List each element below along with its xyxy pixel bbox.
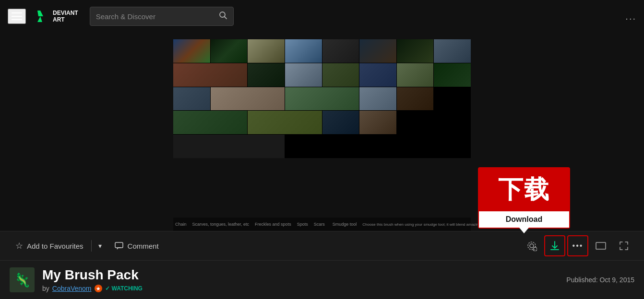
download-tooltip: 下载 Download bbox=[478, 167, 570, 229]
grid-cell bbox=[434, 63, 471, 87]
download-arrow bbox=[519, 228, 529, 233]
search-icon bbox=[219, 11, 227, 20]
deviantart-logo-icon bbox=[34, 9, 49, 24]
comment-label: Comment bbox=[128, 242, 159, 250]
more-options-icon: ••• bbox=[572, 242, 584, 250]
published-date: Published: Oct 9, 2015 bbox=[566, 276, 634, 284]
add-to-favourites-button[interactable]: ☆ Add to Favourites bbox=[10, 237, 89, 255]
main-content: Chain Scarves, tongues, leather, etc Fre… bbox=[0, 33, 644, 299]
grid-cell bbox=[173, 63, 247, 87]
checkmark-icon: ✓ bbox=[105, 285, 110, 292]
grid-cell bbox=[397, 63, 434, 87]
download-label: Download bbox=[479, 211, 569, 228]
search-input[interactable] bbox=[96, 12, 219, 21]
grid-cell bbox=[248, 111, 322, 134]
svg-rect-9 bbox=[596, 242, 606, 249]
fullscreen-button[interactable] bbox=[613, 235, 634, 256]
more-options-button[interactable]: ••• bbox=[567, 235, 588, 256]
strip-label: Scarves, tongues, leather, etc bbox=[192, 222, 250, 227]
action-bar: ☆ Add to Favourites ▾ Comment bbox=[0, 231, 644, 261]
search-icon-button[interactable] bbox=[219, 11, 227, 22]
header: DEVIANT ART ... bbox=[0, 0, 644, 33]
watching-label: WATCHING bbox=[112, 285, 143, 292]
favourites-dropdown-button[interactable]: ▾ bbox=[94, 238, 107, 253]
grid-cell bbox=[173, 111, 247, 134]
grid-cell bbox=[397, 87, 434, 111]
grid-cell bbox=[322, 39, 359, 63]
download-chinese-text: 下载 bbox=[479, 168, 569, 211]
search-bar[interactable] bbox=[90, 7, 234, 26]
download-tooltip-container: 下载 Download bbox=[544, 235, 565, 256]
grid-cell bbox=[397, 39, 434, 63]
logo-text: DEVIANT ART bbox=[53, 10, 78, 23]
grid-cell bbox=[173, 135, 285, 158]
strip-label: Scars bbox=[314, 222, 325, 227]
grid-cell bbox=[322, 111, 359, 134]
grid-cell bbox=[173, 87, 210, 111]
action-left: ☆ Add to Favourites ▾ Comment bbox=[10, 237, 167, 255]
svg-rect-4 bbox=[115, 242, 123, 248]
watch-button[interactable]: + bbox=[521, 235, 542, 256]
add-to-favourites-label: Add to Favourites bbox=[27, 242, 83, 250]
download-button[interactable] bbox=[544, 235, 565, 256]
grid-cell bbox=[359, 111, 396, 134]
artwork-author: by CobraVenom ★ ✓ WATCHING bbox=[42, 285, 143, 292]
strip-label: Freckles and spots bbox=[255, 222, 291, 227]
by-label: by bbox=[42, 285, 49, 292]
artwork-info: 🦎 My Brush Pack by CobraVenom ★ ✓ WATCHI… bbox=[0, 261, 644, 299]
divider bbox=[91, 240, 92, 252]
author-link[interactable]: CobraVenom bbox=[52, 285, 92, 292]
hamburger-button[interactable] bbox=[8, 9, 26, 24]
strip-label: Smudge tool bbox=[333, 222, 357, 227]
star-icon: ☆ bbox=[15, 241, 23, 251]
slideshow-icon bbox=[596, 242, 606, 250]
strip-label: Chain bbox=[175, 222, 187, 227]
grid-cell bbox=[322, 63, 359, 87]
slideshow-button[interactable] bbox=[590, 235, 611, 256]
grid-cell bbox=[173, 39, 210, 63]
comment-button[interactable]: Comment bbox=[107, 237, 167, 254]
action-right: + 下载 Download ••• bbox=[521, 235, 634, 256]
avatar: 🦎 bbox=[10, 267, 35, 292]
chevron-down-icon: ▾ bbox=[98, 242, 102, 250]
grid-cell bbox=[211, 87, 285, 111]
grid-cell bbox=[359, 63, 396, 87]
svg-text:+: + bbox=[534, 248, 536, 251]
artwork-title: My Brush Pack bbox=[42, 267, 143, 283]
artwork-grid bbox=[173, 39, 471, 158]
grid-cell bbox=[434, 39, 471, 63]
download-icon bbox=[549, 240, 561, 252]
comment-icon bbox=[114, 241, 124, 251]
fullscreen-icon bbox=[619, 241, 629, 251]
grid-cell bbox=[285, 63, 322, 87]
grid-cell bbox=[248, 39, 285, 63]
svg-point-5 bbox=[530, 244, 534, 248]
watching-badge: ✓ WATCHING bbox=[105, 285, 143, 292]
author-badge: ★ bbox=[95, 285, 102, 292]
grid-cell bbox=[359, 39, 396, 63]
grid-cell bbox=[359, 87, 396, 111]
grid-cell bbox=[248, 63, 285, 87]
header-more-button[interactable]: ... bbox=[625, 11, 636, 22]
bottom-strip: Chain Scarves, tongues, leather, etc Fre… bbox=[173, 218, 471, 231]
grid-cell bbox=[285, 87, 359, 111]
grid-cell bbox=[285, 39, 322, 63]
watch-icon: + bbox=[526, 241, 537, 251]
grid-cell bbox=[211, 39, 248, 63]
svg-line-3 bbox=[224, 16, 227, 19]
artwork-details: My Brush Pack by CobraVenom ★ ✓ WATCHING bbox=[42, 267, 143, 292]
logo[interactable]: DEVIANT ART bbox=[34, 9, 78, 24]
strip-label: Spots bbox=[297, 222, 308, 227]
